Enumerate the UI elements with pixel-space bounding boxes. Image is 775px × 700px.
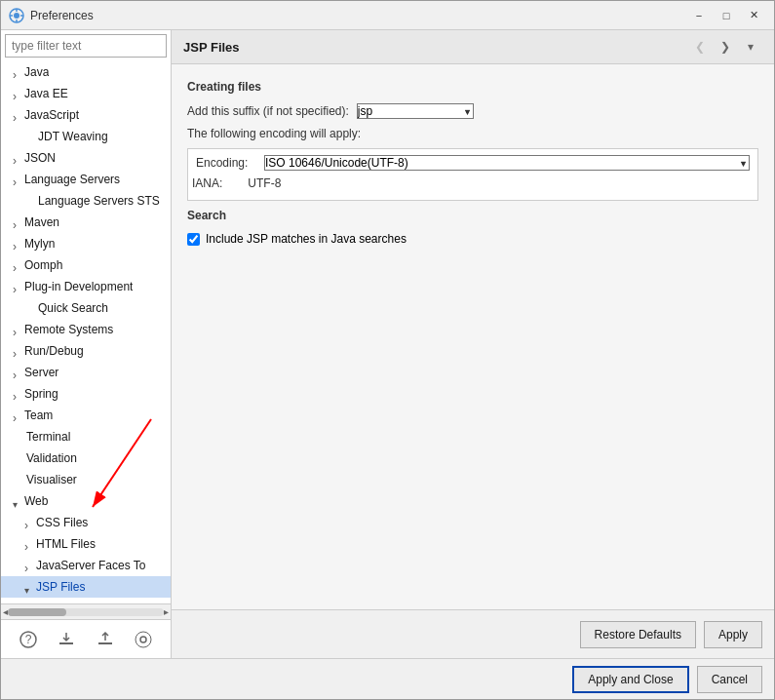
apply-and-close-button[interactable]: Apply and Close [572, 666, 688, 693]
forward-button[interactable]: ❯ [714, 36, 737, 58]
sidebar-item-javaserver-faces[interactable]: JavaServer Faces To [1, 555, 171, 576]
iana-label: IANA: [192, 176, 222, 190]
sidebar-footer: ? [1, 619, 171, 658]
suffix-row: Add this suffix (if not specified): jsp … [187, 103, 758, 119]
sidebar-item-run-debug[interactable]: Run/Debug [1, 340, 171, 362]
sidebar-item-html-files[interactable]: HTML Files [1, 533, 171, 555]
sidebar: Java Java EE JavaScript JDT Weaving JSON [1, 30, 172, 658]
maximize-button[interactable]: □ [714, 5, 739, 26]
sidebar-item-java[interactable]: Java [1, 61, 171, 83]
sidebar-item-label: Spring [24, 386, 58, 402]
title-bar: Preferences − □ ✕ [1, 1, 774, 30]
sidebar-item-label: Remote Systems [24, 322, 113, 337]
sidebar-item-label: Mylyn [24, 236, 55, 252]
app-icon [9, 8, 24, 23]
arrow-icon [24, 132, 36, 141]
sidebar-item-label: Terminal [26, 429, 70, 445]
sidebar-item-javascript[interactable]: JavaScript [1, 104, 171, 126]
sidebar-item-spring[interactable]: Spring [1, 383, 171, 405]
arrow-icon [13, 153, 22, 163]
footer: Apply and Close Cancel [1, 658, 774, 699]
sidebar-item-label: JDT Weaving [38, 129, 108, 144]
sidebar-item-label: Server [24, 365, 58, 380]
sidebar-item-jsp-files[interactable]: JSP Files [1, 576, 171, 598]
window-controls: − □ ✕ [686, 5, 766, 26]
arrow-icon [13, 260, 22, 270]
preferences-window: Preferences − □ ✕ Java Java EE [0, 0, 775, 700]
sidebar-item-plugin-dev[interactable]: Plug-in Development [1, 276, 171, 297]
page-title: JSP Files [183, 40, 240, 55]
import-button[interactable] [95, 629, 116, 650]
sidebar-item-label: HTML Files [36, 536, 96, 552]
sidebar-item-label: Validation [26, 450, 77, 466]
minimize-button[interactable]: − [686, 5, 712, 26]
arrow-icon [24, 582, 34, 592]
sidebar-item-oomph[interactable]: Oomph [1, 254, 171, 276]
cancel-button[interactable]: Cancel [697, 666, 762, 693]
sidebar-item-visualiser[interactable]: Visualiser [1, 469, 171, 490]
sidebar-item-mylyn[interactable]: Mylyn [1, 233, 171, 254]
tree-area: Java Java EE JavaScript JDT Weaving JSON [1, 61, 171, 603]
search-section: Search Include JSP matches in Java searc… [187, 209, 758, 246]
restore-defaults-button[interactable]: Restore Defaults [580, 621, 696, 648]
sidebar-item-jdt-weaving[interactable]: JDT Weaving [1, 126, 171, 147]
back-button[interactable]: ❮ [688, 36, 712, 58]
encoding-select-wrapper: ISO 10646/Unicode(UTF-8) UTF-8 ISO-8859-… [264, 155, 750, 171]
horizontal-scrollbar[interactable]: ◂ ▸ [1, 603, 171, 619]
encoding-apply-label: The following encoding will apply: [187, 127, 758, 140]
apply-button[interactable]: Apply [704, 621, 762, 648]
svg-point-1 [14, 13, 19, 19]
export-button[interactable] [56, 629, 77, 650]
sidebar-item-label: Team [24, 408, 53, 423]
include-jsp-checkbox[interactable] [187, 233, 200, 246]
sidebar-item-java-ee[interactable]: Java EE [1, 83, 171, 104]
filter-input[interactable] [5, 34, 167, 58]
arrow-icon [24, 539, 34, 549]
arrow-icon [13, 325, 22, 334]
sidebar-item-json[interactable]: JSON [1, 147, 171, 169]
sidebar-item-web[interactable]: Web [1, 490, 171, 512]
sidebar-item-label: Language Servers [24, 172, 120, 187]
sidebar-item-maven[interactable]: Maven [1, 212, 171, 233]
sidebar-item-language-servers-sts[interactable]: Language Servers STS [1, 190, 171, 212]
suffix-select[interactable]: jsp jspf jspx [357, 103, 474, 119]
sidebar-item-label: Oomph [24, 257, 62, 273]
sidebar-item-validation[interactable]: Validation [1, 447, 171, 469]
arrow-icon [13, 89, 22, 98]
sidebar-item-team[interactable]: Team [1, 405, 171, 426]
sidebar-item-terminal[interactable]: Terminal [1, 426, 171, 447]
arrow-icon [13, 67, 22, 77]
encoding-row: Encoding: ISO 10646/Unicode(UTF-8) UTF-8… [188, 149, 757, 176]
arrow-icon [13, 475, 24, 485]
help-button[interactable]: ? [18, 629, 39, 650]
sidebar-item-language-servers[interactable]: Language Servers [1, 169, 171, 190]
close-button[interactable]: ✕ [741, 5, 766, 26]
dropdown-button[interactable]: ▾ [739, 36, 762, 58]
window-title: Preferences [30, 9, 686, 22]
arrow-icon [13, 217, 22, 227]
preferences-button[interactable] [133, 629, 154, 650]
arrow-icon [13, 368, 22, 377]
arrow-icon [13, 389, 22, 399]
scroll-thumb[interactable] [8, 608, 66, 616]
sidebar-item-label: JSP Files [36, 579, 85, 595]
nav-buttons: ❮ ❯ ▾ [688, 36, 762, 58]
sidebar-item-remote-systems[interactable]: Remote Systems [1, 319, 171, 340]
sidebar-item-css-files[interactable]: CSS Files [1, 512, 171, 533]
main-area: Java Java EE JavaScript JDT Weaving JSON [1, 30, 774, 658]
sidebar-item-quick-search[interactable]: Quick Search [1, 297, 171, 319]
arrow-icon [13, 110, 22, 120]
sidebar-item-label: Maven [24, 214, 59, 230]
encoding-select[interactable]: ISO 10646/Unicode(UTF-8) UTF-8 ISO-8859-… [264, 155, 750, 171]
include-jsp-label: Include JSP matches in Java searches [206, 232, 407, 246]
svg-text:?: ? [24, 633, 31, 646]
suffix-select-wrapper: jsp jspf jspx ▾ [357, 103, 474, 119]
sidebar-item-label: Quick Search [38, 300, 108, 316]
sidebar-item-label: Java EE [24, 86, 68, 101]
suffix-label: Add this suffix (if not specified): [187, 104, 349, 118]
scroll-track [8, 608, 164, 616]
scroll-right-btn[interactable]: ▸ [164, 606, 169, 617]
arrow-icon [24, 196, 36, 206]
arrow-icon [24, 518, 34, 527]
sidebar-item-server[interactable]: Server [1, 362, 171, 383]
